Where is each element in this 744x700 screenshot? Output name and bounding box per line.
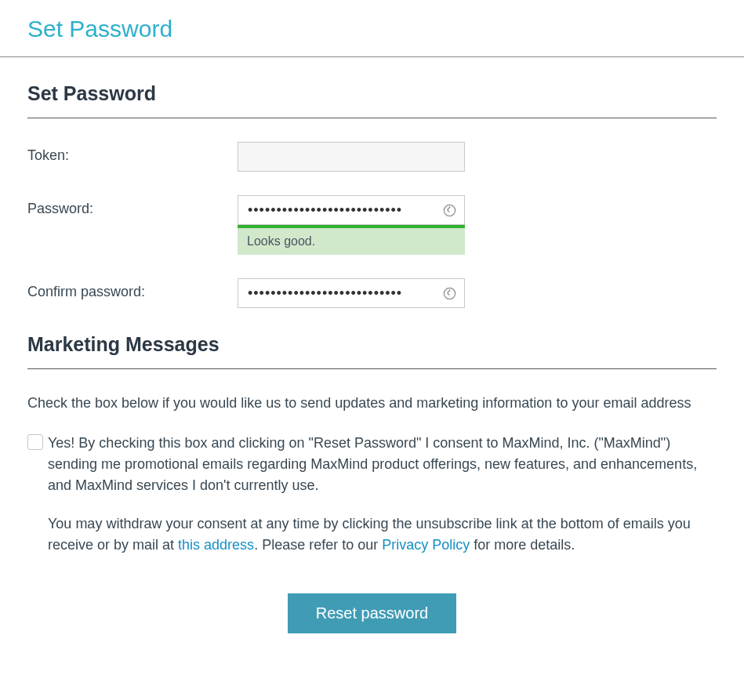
- svg-rect-3: [448, 288, 450, 290]
- checkbox-container: [27, 433, 48, 456]
- page-header: Set Password: [0, 0, 744, 57]
- confirm-password-visibility-icon[interactable]: [441, 285, 457, 301]
- privacy-policy-link[interactable]: Privacy Policy: [382, 537, 470, 553]
- consent-row: Yes! By checking this box and clicking o…: [27, 433, 717, 556]
- content-area: Set Password Token: Password: Looks good…: [0, 82, 744, 657]
- password-label: Password:: [27, 195, 238, 217]
- confirm-password-input[interactable]: [238, 278, 465, 308]
- consent-text-mid: . Please refer to our: [254, 537, 382, 553]
- reset-password-button[interactable]: Reset password: [288, 593, 456, 633]
- token-input[interactable]: [238, 142, 465, 172]
- divider: [27, 368, 717, 369]
- confirm-password-row: Confirm password:: [27, 278, 717, 308]
- button-row: Reset password: [27, 593, 717, 633]
- token-row: Token:: [27, 142, 717, 172]
- confirm-password-input-wrapper: [238, 278, 465, 308]
- consent-text: Yes! By checking this box and clicking o…: [48, 433, 717, 556]
- password-strength-message: Looks good.: [238, 228, 465, 255]
- token-field-wrapper: [238, 142, 465, 172]
- consent-text-suffix: for more details.: [470, 537, 575, 553]
- svg-rect-1: [448, 205, 450, 207]
- password-visibility-icon[interactable]: [441, 202, 457, 218]
- password-input-wrapper: [238, 195, 465, 225]
- password-input[interactable]: [238, 195, 465, 225]
- consent-paragraph-2: You may withdraw your consent at any tim…: [48, 513, 717, 556]
- confirm-password-field-wrapper: [238, 278, 465, 308]
- consent-paragraph-1: Yes! By checking this box and clicking o…: [48, 433, 717, 496]
- divider: [27, 118, 717, 118]
- password-field-wrapper: Looks good.: [238, 195, 465, 255]
- consent-checkbox[interactable]: [27, 434, 43, 450]
- confirm-password-label: Confirm password:: [27, 278, 238, 300]
- password-row: Password: Looks good.: [27, 195, 717, 255]
- form-section-title: Set Password: [27, 82, 717, 105]
- page-title: Set Password: [27, 16, 717, 42]
- token-label: Token:: [27, 142, 238, 164]
- address-link[interactable]: this address: [178, 537, 254, 553]
- marketing-section-title: Marketing Messages: [27, 333, 717, 356]
- marketing-intro-text: Check the box below if you would like us…: [27, 393, 717, 414]
